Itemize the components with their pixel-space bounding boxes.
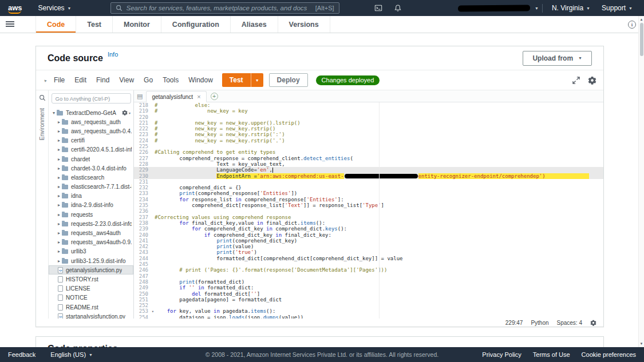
caret-down-icon[interactable]: ▼ (535, 6, 539, 10)
tree-file[interactable]: NOTICE (49, 293, 133, 303)
environment-label[interactable]: Environment (39, 108, 45, 140)
tree-folder[interactable]: ▸requests_aws4auth-0.9.dist-info (49, 238, 133, 247)
tree-folder[interactable]: ▸aws_requests_auth (49, 117, 133, 126)
deploy-button[interactable]: Deploy (269, 73, 308, 87)
caret-right-icon[interactable]: ▸ (56, 212, 62, 217)
editor-code[interactable]: # else:# new_key = key # new_key = new_k… (155, 102, 603, 319)
tree-file[interactable]: LICENSE (49, 284, 133, 293)
menu-find[interactable]: Find (96, 76, 109, 84)
search-icon[interactable] (39, 94, 46, 101)
tree-folder[interactable]: ▸certifi (49, 136, 133, 145)
tree-folder[interactable]: ▸urllib3 (49, 247, 133, 256)
info-icon[interactable]: i (628, 21, 636, 29)
footer-link[interactable]: Terms of Use (533, 351, 570, 358)
indent-setting[interactable]: Spaces: 4 (557, 320, 582, 326)
folder-settings-icon[interactable]: ▾ (122, 110, 132, 116)
cloudshell-icon[interactable] (369, 0, 388, 16)
menu-window[interactable]: Window (188, 76, 213, 84)
footer-link[interactable]: Privacy Policy (482, 351, 521, 358)
caret-right-icon[interactable]: ▸ (56, 184, 62, 189)
settings-gear-icon[interactable] (588, 76, 596, 85)
tab-versions[interactable]: Versions (278, 16, 330, 33)
language-mode[interactable]: Python (531, 320, 548, 326)
close-tab-icon[interactable]: × (197, 93, 200, 100)
footer-link[interactable]: Cookie preferences (582, 351, 636, 358)
feedback-link[interactable]: Feedback (8, 351, 35, 358)
caret-right-icon[interactable]: ▸ (56, 240, 62, 245)
tab-code[interactable]: Code (35, 16, 76, 33)
cursor-position[interactable]: 229:47 (505, 320, 523, 326)
caret-right-icon[interactable]: ▸ (56, 230, 62, 236)
tree-folder[interactable]: ▸requests (49, 210, 133, 219)
tree-folder[interactable]: ▸elasticsearch-7.7.1.dist-info (49, 182, 133, 192)
caret-right-icon[interactable]: ▸ (56, 166, 62, 171)
tree-folder-label: requests-2.23.0.dist-info (71, 221, 132, 227)
caret-right-icon[interactable]: ▸ (56, 138, 62, 143)
scrollbar-thumb[interactable] (640, 23, 643, 56)
search-input[interactable] (127, 5, 311, 11)
tab-monitor[interactable]: Monitor (113, 16, 161, 33)
tab-aliases[interactable]: Aliases (231, 16, 278, 33)
tab-configuration[interactable]: Configuration (161, 16, 231, 33)
file-icon (58, 295, 63, 301)
notifications-bell-icon[interactable] (388, 0, 408, 16)
tree-folder[interactable]: ▸requests-2.23.0.dist-info (49, 219, 133, 228)
tree-root-folder[interactable]: ▾TextractDemo-GetA▾ (49, 108, 133, 117)
test-button[interactable]: Test ▼ (222, 73, 263, 87)
new-tab-icon[interactable]: + (211, 93, 218, 100)
tree-file[interactable]: startanalysisfunction.py (49, 312, 133, 319)
tree-folder[interactable]: ▸elasticsearch (49, 173, 133, 182)
hamburger-menu-icon[interactable] (6, 21, 15, 28)
caret-right-icon[interactable]: ▸ (56, 221, 62, 226)
editor-tab[interactable]: getanalysisfunct × (146, 91, 206, 102)
tree-folder[interactable]: ▸chardet-3.0.4.dist-info (49, 164, 133, 173)
upload-from-button[interactable]: Upload from ▼ (523, 51, 592, 66)
caret-right-icon[interactable]: ▸ (56, 202, 62, 208)
code-editor[interactable]: 2182192202212222232242252262272282292302… (134, 102, 603, 319)
aws-logo[interactable]: aws (8, 3, 22, 13)
caret-right-icon[interactable]: ▸ (56, 147, 62, 152)
tree-file[interactable]: getanalysisfunction.py (49, 265, 133, 275)
tab-test[interactable]: Test (76, 16, 113, 33)
fullscreen-icon[interactable] (572, 77, 580, 84)
tree-folder[interactable]: ▸certifi-2020.4.5.1.dist-info (49, 145, 133, 154)
info-link[interactable]: Info (108, 51, 118, 58)
code-line: # else: (155, 102, 603, 108)
tree-file[interactable]: README.rst (49, 303, 133, 312)
caret-right-icon[interactable]: ▸ (56, 193, 62, 198)
caret-right-icon[interactable]: ▸ (56, 175, 62, 180)
settings-gear-icon[interactable] (590, 320, 596, 326)
scroll-down-icon[interactable]: ▼ (639, 342, 644, 345)
support-menu[interactable]: Support ▼ (596, 0, 638, 16)
tree-folder[interactable]: ▸urllib3-1.25.9.dist-info (49, 256, 133, 265)
menu-edit[interactable]: Edit (74, 76, 86, 84)
menu-view[interactable]: View (119, 76, 134, 84)
tree-folder[interactable]: ▸chardet (49, 154, 133, 164)
scroll-up-icon[interactable]: ▲ (639, 18, 644, 21)
code-line: pagedata[pageno] = formatted_dict (155, 297, 603, 303)
caret-right-icon[interactable]: ▸ (56, 249, 62, 254)
goto-anything-input[interactable] (52, 93, 131, 104)
global-search[interactable]: [Alt+S] (110, 2, 339, 14)
test-dropdown-icon[interactable]: ▼ (251, 73, 263, 87)
caret-right-icon[interactable]: ▸ (56, 129, 62, 134)
tree-folder[interactable]: ▸requests_aws4auth (49, 228, 133, 237)
menu-file[interactable]: File (54, 76, 65, 84)
tab-list-icon[interactable]: ▤ (137, 93, 143, 100)
caret-right-icon[interactable]: ▸ (56, 120, 62, 125)
caret-down-icon[interactable]: ▾ (51, 110, 57, 116)
page-scrollbar[interactable]: ▲ ▼ (638, 16, 644, 347)
language-selector[interactable]: English (US) ▼ (50, 351, 93, 358)
region-selector[interactable]: N. Virginia ▼ (546, 0, 596, 16)
caret-right-icon[interactable]: ▸ (56, 258, 62, 264)
tree-folder[interactable]: ▸idna (49, 192, 133, 201)
menu-go[interactable]: Go (144, 76, 153, 84)
collapse-icon[interactable]: ▲ (42, 77, 48, 83)
account-name-redacted[interactable] (458, 5, 530, 11)
services-menu[interactable]: Services ▼ (33, 0, 77, 16)
caret-right-icon[interactable]: ▸ (56, 157, 62, 162)
tree-folder[interactable]: ▸aws_requests_auth-0.4.3 (49, 126, 133, 136)
tree-file[interactable]: HISTORY.rst (49, 275, 133, 284)
tree-folder[interactable]: ▸idna-2.9.dist-info (49, 201, 133, 210)
menu-tools[interactable]: Tools (163, 76, 179, 84)
